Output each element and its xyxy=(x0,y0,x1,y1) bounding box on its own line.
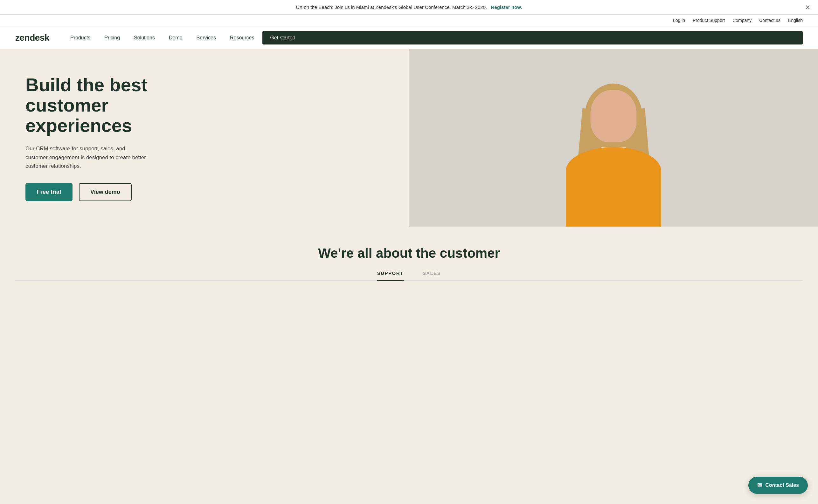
hero-title: Build the best customer experiences xyxy=(25,75,203,135)
person-body xyxy=(566,147,661,227)
close-announcement-button[interactable]: ✕ xyxy=(805,4,810,10)
hero-content: Build the best customer experiences Our … xyxy=(0,49,409,227)
hero-subtitle: Our CRM software for support, sales, and… xyxy=(25,144,146,170)
company-link[interactable]: Company xyxy=(733,18,752,23)
announcement-link[interactable]: Register now. xyxy=(491,4,522,10)
nav-pricing[interactable]: Pricing xyxy=(99,32,126,43)
hero-image xyxy=(409,49,818,227)
login-link[interactable]: Log in xyxy=(673,18,685,23)
top-navigation: Log in Product Support Company Contact u… xyxy=(0,15,818,26)
nav-solutions[interactable]: Solutions xyxy=(128,32,160,43)
person-face xyxy=(590,90,637,142)
about-heading: We're all about the customer xyxy=(15,246,803,261)
main-navigation: zendesk Products Pricing Solutions Demo … xyxy=(0,26,818,49)
announcement-text: CX on the Beach: Join us in Miami at Zen… xyxy=(296,4,487,10)
free-trial-button[interactable]: Free trial xyxy=(25,183,72,201)
about-tabs: SUPPORT SALES xyxy=(15,270,803,281)
tab-sales[interactable]: SALES xyxy=(423,270,441,280)
about-section: We're all about the customer SUPPORT SAL… xyxy=(0,227,818,290)
nav-resources[interactable]: Resources xyxy=(224,32,260,43)
logo[interactable]: zendesk xyxy=(15,33,49,43)
tab-support[interactable]: SUPPORT xyxy=(377,270,404,280)
nav-demo[interactable]: Demo xyxy=(163,32,188,43)
contact-us-link[interactable]: Contact us xyxy=(759,18,781,23)
nav-products[interactable]: Products xyxy=(65,32,96,43)
view-demo-button[interactable]: View demo xyxy=(79,183,132,201)
hero-section: Build the best customer experiences Our … xyxy=(0,49,818,227)
nav-links: Products Pricing Solutions Demo Services… xyxy=(65,31,803,44)
hero-person-figure xyxy=(553,80,674,227)
nav-services[interactable]: Services xyxy=(191,32,222,43)
get-started-button[interactable]: Get started xyxy=(263,31,803,44)
language-selector[interactable]: English xyxy=(788,18,803,23)
product-support-link[interactable]: Product Support xyxy=(693,18,725,23)
announcement-bar: CX on the Beach: Join us in Miami at Zen… xyxy=(0,0,818,15)
hero-buttons: Free trial View demo xyxy=(25,183,394,201)
